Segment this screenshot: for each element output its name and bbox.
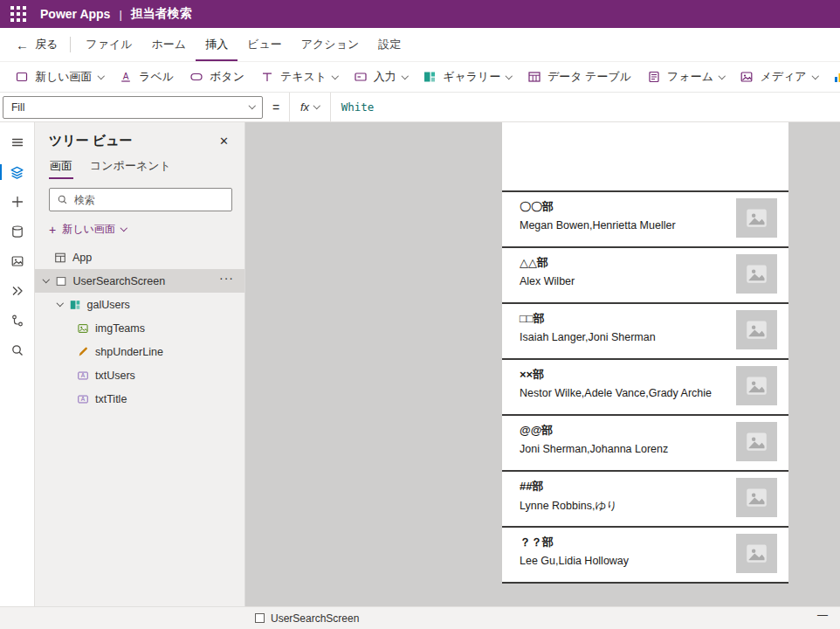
collapse-button[interactable]: — <box>817 609 828 621</box>
gallery-row[interactable]: 〇〇部 Megan Bowen,Henrietta Mueller <box>502 190 788 246</box>
design-canvas[interactable]: 〇〇部 Megan Bowen,Henrietta Mueller △△部 Al… <box>245 122 840 606</box>
plus-icon: + <box>49 224 56 236</box>
form-button[interactable]: フォーム <box>639 65 732 89</box>
insert-button[interactable] <box>0 187 35 217</box>
search-panel-button[interactable] <box>0 335 35 365</box>
department-title: ××部 <box>520 367 727 383</box>
label-button[interactable]: A ラベル <box>111 65 182 89</box>
chart-button[interactable] <box>825 65 840 89</box>
tree-search-box[interactable] <box>49 188 232 211</box>
team-image-placeholder <box>736 366 777 405</box>
app-screen-preview[interactable]: 〇〇部 Megan Bowen,Henrietta Mueller △△部 Al… <box>502 122 788 584</box>
app-icon <box>54 252 66 264</box>
close-panel-button[interactable]: ✕ <box>216 133 232 149</box>
powerapps-studio: Power Apps | 担当者検索 ← 戻る ファイル ホーム 挿入 ビュー <box>0 0 840 629</box>
data-table-button[interactable]: データ テーブル <box>520 65 639 89</box>
panel-tabs: 画面 コンポーネント <box>35 153 244 179</box>
member-names: Joni Sherman,Johanna Lorenz <box>520 443 727 455</box>
gallery-icon <box>69 299 81 311</box>
menu-item[interactable]: 挿入 <box>196 28 238 61</box>
menu-item-label: 設定 <box>378 37 401 52</box>
team-image-placeholder <box>736 254 777 294</box>
formula-input[interactable]: White <box>341 100 375 114</box>
power-automate-button[interactable] <box>0 276 35 306</box>
chevron-down-icon <box>248 102 255 109</box>
menu-divider <box>70 37 71 52</box>
menu-item[interactable]: ホーム <box>142 28 196 61</box>
panel-tab[interactable]: 画面 <box>49 155 73 179</box>
tree-item-imgteams[interactable]: imgTeams <box>35 316 244 340</box>
menu-item-label: ビュー <box>247 37 282 52</box>
new-screen-link[interactable]: + 新しい画面 <box>35 217 244 245</box>
menu-item-label: ホーム <box>152 37 187 52</box>
tree-view-list: App UserSearchScreen ··· galUsers imgTea… <box>35 245 244 606</box>
chevron-down-icon[interactable] <box>57 300 64 307</box>
input-button[interactable]: 入力 <box>346 65 416 89</box>
chevron-down-icon <box>506 73 513 79</box>
new-screen-button[interactable]: 新しい画面 <box>7 65 111 89</box>
hamburger-menu-button[interactable] <box>0 128 35 157</box>
gallery-row[interactable]: ××部 Nestor Wilke,Adele Vance,Grady Archi… <box>502 358 788 414</box>
image-placeholder-icon <box>745 486 768 509</box>
screen-icon <box>55 275 67 287</box>
tree-item-txttitle[interactable]: A txtTitle <box>35 387 244 411</box>
image-placeholder-icon <box>745 542 768 565</box>
gallery-button[interactable]: ギャラリー <box>415 65 520 89</box>
app-name: Power Apps <box>40 7 110 21</box>
member-names: Lynne Robbins,ゆり <box>520 499 727 514</box>
tree-item-usersearchscreen[interactable]: UserSearchScreen ··· <box>35 269 244 293</box>
input-icon <box>354 70 368 84</box>
gallery-row[interactable]: □□部 Isaiah Langer,Joni Sherman <box>502 302 788 358</box>
tree-item-shpunderline[interactable]: shpUnderLine <box>35 340 244 363</box>
status-screen-indicator[interactable]: UserSearchScreen <box>255 607 359 629</box>
media-button[interactable]: メディア <box>732 65 825 89</box>
department-title: △△部 <box>520 255 727 271</box>
tree-item-txtusers[interactable]: A txtUsers <box>35 363 244 387</box>
tree-view-button[interactable] <box>0 157 35 187</box>
data-table-icon <box>527 70 541 84</box>
department-title: □□部 <box>520 311 727 327</box>
fx-button[interactable]: fx <box>289 93 331 121</box>
main-area: ツリー ビュー ✕ 画面 コンポーネント + <box>0 122 840 606</box>
menu-item[interactable]: 設定 <box>368 28 410 61</box>
gallery-row[interactable]: @@部 Joni Sherman,Johanna Lorenz <box>502 414 788 470</box>
tree-item-app[interactable]: App <box>35 245 244 269</box>
form-icon <box>647 70 661 84</box>
users-gallery[interactable]: 〇〇部 Megan Bowen,Henrietta Mueller △△部 Al… <box>502 190 788 584</box>
gallery-icon <box>423 70 437 84</box>
menu-item-label: 挿入 <box>205 37 228 52</box>
menu-item[interactable]: アクション <box>292 28 369 61</box>
back-button[interactable]: ← 戻る <box>9 28 65 61</box>
gallery-row[interactable]: △△部 Alex Wilber <box>502 246 788 302</box>
panel-tab[interactable]: コンポーネント <box>89 155 172 179</box>
button-button[interactable]: ボタン <box>182 65 252 89</box>
new-screen-icon <box>15 70 29 84</box>
chevron-down-icon <box>97 73 104 79</box>
property-selector[interactable]: Fill <box>3 96 263 119</box>
menu-item-label: ファイル <box>86 37 132 52</box>
variables-button[interactable] <box>0 306 35 335</box>
text-icon <box>260 70 274 84</box>
tree-item-galusers[interactable]: galUsers <box>35 293 244 316</box>
chevron-down-icon <box>402 73 409 79</box>
waffle-icon[interactable] <box>10 6 26 22</box>
picture-icon <box>10 254 24 268</box>
data-sources-button[interactable] <box>0 217 35 246</box>
team-image-placeholder <box>736 310 777 349</box>
tree-search-input[interactable] <box>74 194 224 206</box>
menu-item[interactable]: ファイル <box>76 28 141 61</box>
gallery-row[interactable]: ？？部 Lee Gu,Lidia Holloway <box>502 526 788 582</box>
department-title: @@部 <box>520 423 727 439</box>
hamburger-icon <box>10 135 24 149</box>
menu-item[interactable]: ビュー <box>238 28 292 61</box>
media-icon <box>740 70 754 84</box>
more-options-button[interactable]: ··· <box>219 271 234 285</box>
gallery-row[interactable]: ##部 Lynne Robbins,ゆり <box>502 470 788 526</box>
member-names: Nestor Wilke,Adele Vance,Grady Archie <box>520 387 727 399</box>
label-icon: A <box>119 70 133 84</box>
search-icon <box>57 194 68 205</box>
media-panel-button[interactable] <box>0 246 35 276</box>
chevron-down-icon[interactable] <box>43 276 50 283</box>
label-control-icon: A <box>77 370 89 382</box>
text-button[interactable]: テキスト <box>252 65 346 89</box>
